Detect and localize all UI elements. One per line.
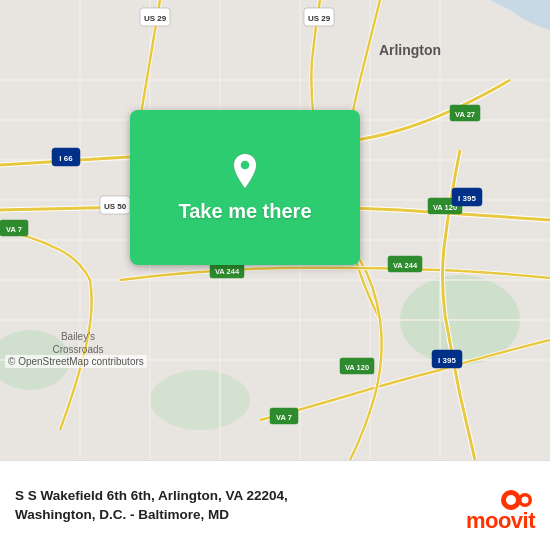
svg-text:US 29: US 29 (308, 14, 331, 23)
take-me-there-button[interactable]: Take me there (178, 200, 311, 223)
moovit-icon (499, 480, 535, 510)
map-view: US 29 US 29 I 66 VA 7 US 50 VA 27 VA 120… (0, 0, 550, 460)
svg-text:US 50: US 50 (104, 202, 127, 211)
svg-text:VA 27: VA 27 (455, 110, 475, 119)
moovit-brand-text: moovit (466, 510, 535, 532)
svg-text:Arlington: Arlington (379, 42, 441, 58)
svg-text:I 66: I 66 (59, 154, 73, 163)
location-card: Take me there (130, 110, 360, 265)
svg-point-49 (506, 495, 516, 505)
svg-point-47 (241, 161, 250, 170)
svg-point-3 (150, 370, 250, 430)
moovit-logo: moovit (466, 480, 535, 532)
bottom-info-bar: S S Wakefield 6th 6th, Arlington, VA 222… (0, 460, 550, 550)
svg-text:US 29: US 29 (144, 14, 167, 23)
svg-text:VA 7: VA 7 (6, 225, 22, 234)
svg-text:VA 244: VA 244 (215, 267, 240, 276)
map-attribution: © OpenStreetMap contributors (5, 355, 147, 368)
svg-text:VA 244: VA 244 (393, 261, 418, 270)
svg-point-51 (522, 496, 529, 503)
location-info: S S Wakefield 6th 6th, Arlington, VA 222… (15, 487, 456, 525)
svg-text:Crossroads: Crossroads (52, 344, 103, 355)
svg-text:VA 120: VA 120 (345, 363, 369, 372)
svg-text:VA 7: VA 7 (276, 413, 292, 422)
location-pin-icon (226, 152, 264, 190)
svg-text:Bailey's: Bailey's (61, 331, 95, 342)
location-name: S S Wakefield 6th 6th, Arlington, VA 222… (15, 487, 456, 525)
svg-text:I 395: I 395 (458, 194, 476, 203)
svg-text:I 395: I 395 (438, 356, 456, 365)
